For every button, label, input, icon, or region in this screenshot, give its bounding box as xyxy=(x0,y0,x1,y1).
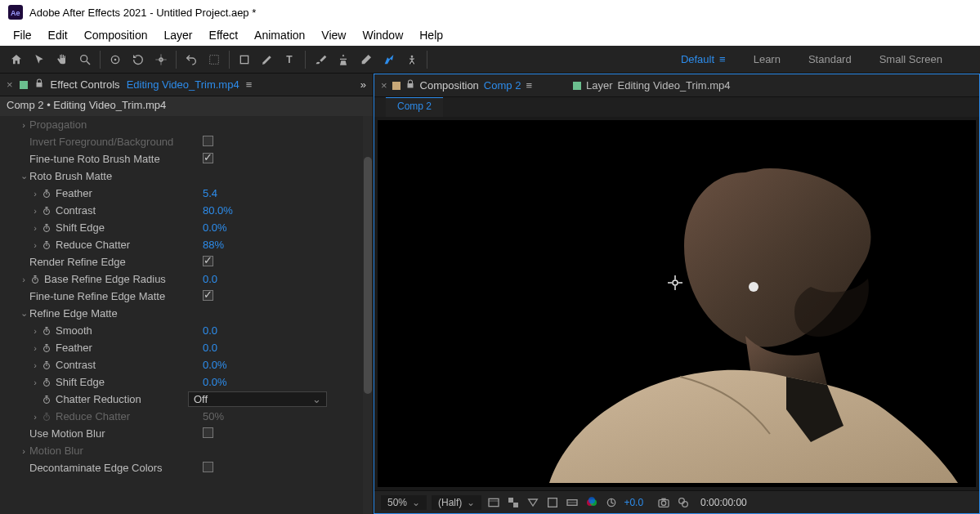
workspace-default[interactable]: Default xyxy=(681,53,714,65)
caret-icon[interactable]: › xyxy=(29,412,41,422)
roto-brush-tool[interactable] xyxy=(378,48,401,71)
val-smooth[interactable]: 0.0 xyxy=(203,324,358,337)
fast-preview-icon[interactable] xyxy=(486,495,501,510)
caret-icon[interactable]: › xyxy=(18,446,29,456)
anchor-tool[interactable] xyxy=(150,48,172,71)
clone-tool[interactable] xyxy=(332,48,355,71)
val-shift2[interactable]: 0.0% xyxy=(203,376,358,388)
guides-icon[interactable] xyxy=(565,495,579,510)
shape-tool[interactable] xyxy=(233,48,256,71)
panel-overflow-icon[interactable]: » xyxy=(360,78,366,91)
close-tab-icon[interactable]: × xyxy=(7,78,13,91)
val-feather[interactable]: 5.4 xyxy=(203,187,358,199)
resolution-select[interactable]: (Half)⌄ xyxy=(432,495,481,510)
caret-icon[interactable]: › xyxy=(29,360,41,370)
panel-menu-icon[interactable]: ≡ xyxy=(526,79,532,92)
selection-tool[interactable] xyxy=(28,48,51,71)
pen-tool[interactable] xyxy=(256,48,279,71)
menu-file[interactable]: File xyxy=(5,25,40,45)
home-tool[interactable] xyxy=(5,48,28,71)
comp-tab[interactable]: × Composition Comp 2 ≡ xyxy=(381,79,532,92)
effect-controls-tab[interactable]: × Effect Controls Editing Video_Trim.mp4… xyxy=(0,74,373,96)
caret-icon[interactable]: › xyxy=(29,189,41,199)
finetune-refine-checkbox[interactable] xyxy=(203,290,213,301)
undo-tool[interactable] xyxy=(180,48,203,71)
chatter-reduction-select[interactable]: Off⌄ xyxy=(188,391,327,407)
menu-animation[interactable]: Animation xyxy=(246,25,313,45)
caret-icon[interactable]: ⌄ xyxy=(18,308,29,319)
text-tool[interactable]: T xyxy=(279,48,302,71)
workspace-smallscreen[interactable]: Small Screen xyxy=(879,53,942,65)
workspace-menu-icon[interactable]: ≡ xyxy=(719,53,726,65)
comp-tab-name[interactable]: Comp 2 xyxy=(484,79,521,92)
menu-effect[interactable]: Effect xyxy=(201,25,247,45)
val-base-radius[interactable]: 0.0 xyxy=(203,273,358,285)
close-tab-icon[interactable]: × xyxy=(381,79,387,92)
composition-viewer[interactable] xyxy=(378,120,976,487)
menu-window[interactable]: Window xyxy=(354,25,411,45)
eraser-tool[interactable] xyxy=(355,48,378,71)
rotation-tool[interactable] xyxy=(127,48,150,71)
menu-composition[interactable]: Composition xyxy=(76,25,156,45)
zoom-select[interactable]: 50%⌄ xyxy=(381,495,427,510)
mask-tool[interactable] xyxy=(203,48,226,71)
render-refine-checkbox[interactable] xyxy=(203,256,213,266)
timecode[interactable]: 0:00:00:00 xyxy=(700,497,747,508)
caret-icon[interactable]: › xyxy=(29,378,41,387)
scrollbar[interactable] xyxy=(363,116,373,514)
stopwatch-icon[interactable] xyxy=(41,222,52,234)
menu-view[interactable]: View xyxy=(313,25,354,45)
val-reduce[interactable]: 88% xyxy=(203,239,358,251)
stopwatch-icon[interactable] xyxy=(41,325,52,337)
val-contrast[interactable]: 80.0% xyxy=(203,204,358,217)
stopwatch-icon[interactable] xyxy=(41,239,52,251)
effect-list[interactable]: ›Propagation Invert Foreground/Backgroun… xyxy=(0,116,363,514)
snapshot-icon[interactable] xyxy=(656,495,671,510)
anchor-point-icon[interactable] xyxy=(668,275,682,290)
panel-menu-icon[interactable]: ≡ xyxy=(246,78,253,91)
brush-tool[interactable] xyxy=(309,48,332,71)
caret-icon[interactable]: › xyxy=(29,343,41,353)
caret-icon[interactable]: › xyxy=(29,223,41,233)
finetune-roto-checkbox[interactable] xyxy=(203,153,213,163)
show-snapshot-icon[interactable] xyxy=(676,495,691,510)
stopwatch-icon[interactable] xyxy=(41,377,52,388)
stopwatch-icon[interactable] xyxy=(41,342,52,354)
val-feather2[interactable]: 0.0 xyxy=(203,342,358,354)
caret-icon[interactable]: › xyxy=(29,326,41,336)
menu-help[interactable]: Help xyxy=(411,25,451,45)
region-icon[interactable] xyxy=(545,495,560,510)
channel-icon[interactable] xyxy=(584,495,599,510)
caret-icon[interactable]: ⌄ xyxy=(18,171,29,181)
transparency-grid-icon[interactable] xyxy=(506,495,521,510)
menu-layer[interactable]: Layer xyxy=(156,25,201,45)
zoom-tool[interactable] xyxy=(74,48,96,71)
effect-tab-file[interactable]: Editing Video_Trim.mp4 xyxy=(127,78,239,91)
stopwatch-icon[interactable] xyxy=(41,205,52,217)
val-contrast2[interactable]: 0.0% xyxy=(203,359,358,371)
stopwatch-icon[interactable] xyxy=(29,274,41,285)
mask-toggle-icon[interactable] xyxy=(526,495,540,510)
lock-icon[interactable] xyxy=(34,78,44,91)
caret-icon[interactable]: › xyxy=(29,240,41,250)
motion-blur-checkbox[interactable] xyxy=(203,427,213,438)
stopwatch-icon[interactable] xyxy=(41,188,52,199)
caret-icon[interactable]: › xyxy=(18,275,29,284)
decon-checkbox[interactable] xyxy=(203,462,213,472)
caret-icon[interactable]: › xyxy=(29,206,41,216)
workspace-learn[interactable]: Learn xyxy=(754,53,781,65)
exposure-reset-icon[interactable] xyxy=(604,495,619,510)
menu-edit[interactable]: Edit xyxy=(40,25,76,45)
hand-tool[interactable] xyxy=(51,48,74,71)
exposure-value[interactable]: +0.0 xyxy=(624,497,643,508)
comp-subtab[interactable]: Comp 2 xyxy=(386,97,443,117)
caret-icon[interactable]: › xyxy=(18,120,29,130)
invert-checkbox[interactable] xyxy=(203,136,213,146)
puppet-tool[interactable] xyxy=(401,48,423,71)
lock-icon[interactable] xyxy=(405,79,415,92)
stopwatch-icon[interactable] xyxy=(41,394,52,405)
layer-tab[interactable]: Layer Editing Video_Trim.mp4 xyxy=(573,79,731,92)
val-shift[interactable]: 0.0% xyxy=(203,221,358,234)
scrollbar-thumb[interactable] xyxy=(364,157,372,394)
workspace-standard[interactable]: Standard xyxy=(808,53,852,65)
